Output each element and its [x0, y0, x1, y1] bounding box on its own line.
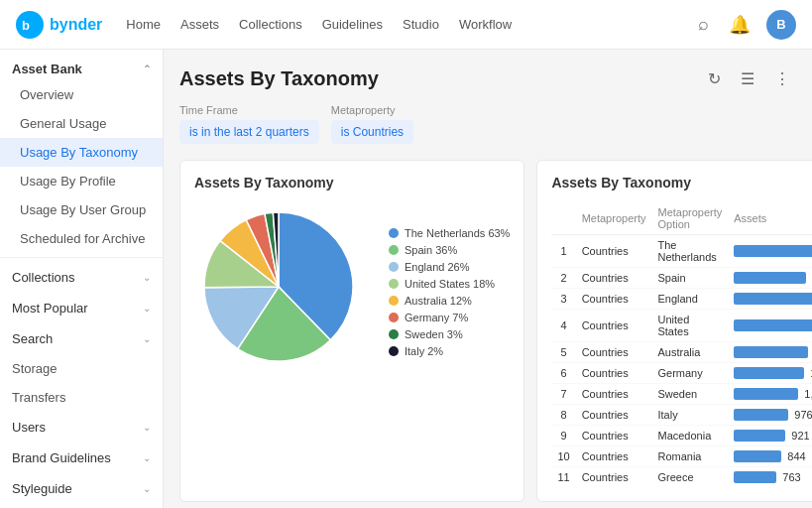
legend-label: Italy 2%: [405, 345, 443, 357]
row-num: 11: [551, 467, 575, 488]
nav-workflow[interactable]: Workflow: [459, 17, 512, 32]
bar-value: 763: [782, 471, 800, 483]
row-num: 9: [551, 426, 575, 446]
row-option: Romania: [651, 446, 728, 467]
bar: [734, 430, 785, 442]
row-assets: 1,326: [728, 342, 812, 363]
legend-item: United States 18%: [389, 278, 510, 290]
sidebar-item-search[interactable]: Search ⌄: [0, 323, 163, 354]
sidebar-item-scheduled-archive[interactable]: Scheduled for Archive: [0, 224, 163, 253]
legend-label: The Netherlands 63%: [405, 227, 510, 239]
nav-collections[interactable]: Collections: [239, 17, 302, 32]
filter-button[interactable]: ☰: [735, 65, 760, 92]
legend-item: Spain 36%: [389, 244, 510, 256]
chevron-down-icon: ⌄: [143, 303, 151, 314]
search-button[interactable]: ⌕: [694, 10, 713, 39]
chevron-down-icon: ⌄: [143, 422, 151, 433]
sidebar-bank-label: Asset Bank: [12, 62, 82, 76]
legend-label: England 26%: [405, 261, 469, 273]
sidebar-item-most-popular[interactable]: Most Popular ⌄: [0, 293, 163, 323]
nav-links: Home Assets Collections Guidelines Studi…: [126, 17, 694, 32]
bar-value: 976: [794, 409, 812, 421]
bar: [734, 346, 808, 358]
sidebar-item-styleguide[interactable]: Styleguide ⌄: [0, 473, 163, 504]
row-assets: 1,540: [728, 310, 812, 342]
row-option: Spain: [651, 268, 728, 289]
row-assets: 921: [728, 426, 812, 446]
legend-item: Sweden 3%: [389, 328, 510, 340]
bar: [734, 409, 788, 421]
timeframe-chip[interactable]: is in the last 2 quarters: [179, 120, 319, 144]
layout: Asset Bank ⌃ Overview General Usage Usag…: [0, 0, 812, 508]
avatar[interactable]: B: [766, 10, 796, 40]
col-option: Metaproperty Option: [651, 202, 728, 235]
row-metaproperty: Countries: [576, 446, 652, 467]
legend-dot: [389, 296, 399, 306]
pie-legend: The Netherlands 63%Spain 36%England 26%U…: [389, 227, 510, 357]
sidebar-item-overview[interactable]: Overview: [0, 80, 163, 109]
bar: [734, 388, 798, 400]
more-options-button[interactable]: ⋮: [768, 65, 796, 92]
pie-chart-body: The Netherlands 63%Spain 36%England 26%U…: [194, 202, 510, 381]
refresh-button[interactable]: ↻: [702, 65, 727, 92]
row-option: United States: [651, 310, 728, 342]
row-metaproperty: Countries: [576, 342, 652, 363]
nav-home[interactable]: Home: [126, 17, 161, 32]
notifications-button[interactable]: 🔔: [725, 10, 754, 40]
nav-assets[interactable]: Assets: [180, 17, 219, 32]
legend-label: Sweden 3%: [405, 328, 463, 340]
legend-label: Spain 36%: [405, 244, 457, 256]
sidebar-item-brand-guidelines[interactable]: Brand Guidelines ⌄: [0, 443, 163, 473]
row-option: Germany: [651, 363, 728, 384]
filters-bar: Time Frame is in the last 2 quarters Met…: [179, 104, 796, 144]
row-num: 2: [551, 268, 575, 289]
row-assets: 844: [728, 446, 812, 467]
sidebar-collections-label: Collections: [12, 270, 75, 285]
row-option: Greece: [651, 467, 728, 488]
timeframe-label: Time Frame: [179, 104, 319, 116]
row-assets: 1,156: [728, 384, 812, 405]
table-row: 5 Countries Australia 1,326: [551, 342, 812, 363]
legend-item: Australia 12%: [389, 295, 510, 307]
row-num: 8: [551, 405, 575, 426]
metaproperty-label: Metaproperty: [331, 104, 413, 116]
chevron-down-icon: ⌄: [143, 452, 151, 463]
nav-guidelines[interactable]: Guidelines: [322, 17, 383, 32]
legend-item: England 26%: [389, 261, 510, 273]
sidebar-item-usage-profile[interactable]: Usage By Profile: [0, 167, 163, 195]
logo[interactable]: b bynder: [16, 11, 102, 39]
sidebar-item-transfers[interactable]: Transfers: [0, 383, 163, 412]
metaproperty-chip[interactable]: is Countries: [331, 120, 413, 144]
pie-chart-card: Assets By Taxonomy The Netherlands 63%Sp…: [179, 160, 524, 502]
col-metaproperty: Metaproperty: [576, 202, 652, 235]
nav-studio[interactable]: Studio: [403, 17, 439, 32]
legend-label: Germany 7%: [405, 312, 468, 323]
row-option: England: [651, 289, 728, 310]
sidebar-item-users[interactable]: Users ⌄: [0, 412, 163, 443]
sidebar-item-workflow[interactable]: Workflow ⌄: [0, 504, 163, 508]
legend-dot: [389, 346, 399, 356]
bar-value: 921: [791, 430, 809, 442]
sidebar-collapse-icon[interactable]: ⌃: [143, 64, 151, 74]
table-row: 4 Countries United States 1,540: [551, 310, 812, 342]
sidebar-item-general-usage[interactable]: General Usage: [0, 109, 163, 138]
legend-dot: [389, 245, 399, 255]
bar: [734, 272, 806, 284]
sidebar-item-collections[interactable]: Collections ⌄: [0, 262, 163, 293]
page-header: Assets By Taxonomy ↻ ☰ ⋮: [179, 65, 796, 92]
sidebar-item-storage[interactable]: Storage: [0, 354, 163, 383]
svg-point-0: [16, 11, 44, 39]
sidebar-item-usage-user-group[interactable]: Usage By User Group: [0, 195, 163, 224]
bar: [734, 471, 776, 483]
row-metaproperty: Countries: [576, 405, 652, 426]
header-actions: ↻ ☰ ⋮: [702, 65, 796, 92]
row-num: 3: [551, 289, 575, 310]
legend-item: The Netherlands 63%: [389, 227, 510, 239]
legend-dot: [389, 262, 399, 272]
row-option: Italy: [651, 405, 728, 426]
sidebar-bank-header: Asset Bank ⌃: [0, 50, 163, 80]
sidebar-item-usage-taxonomy[interactable]: Usage By Taxonomy: [0, 138, 163, 167]
table1: Metaproperty Metaproperty Option Assets …: [551, 202, 812, 487]
row-num: 4: [551, 310, 575, 342]
sidebar-brand-label: Brand Guidelines: [12, 450, 111, 465]
